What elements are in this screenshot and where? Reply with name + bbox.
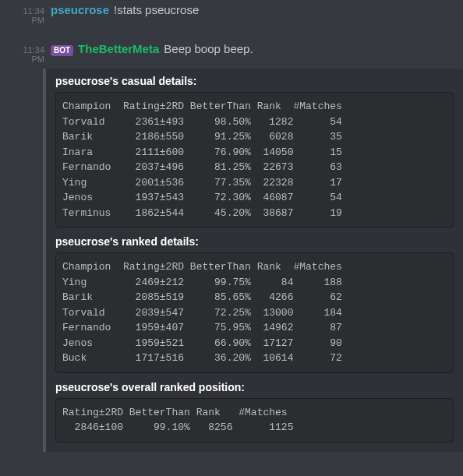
message-user: 11:34 PM pseucrose !stats pseucrose (0, 0, 463, 28)
message-text: Beep boop beep. (164, 42, 253, 55)
timestamp: 11:34 PM (8, 42, 51, 64)
bot-tag: BOT (51, 45, 73, 56)
message-bot: 11:34 PM BOT TheBetterMeta Beep boop bee… (0, 39, 463, 67)
username[interactable]: pseucrose (51, 3, 109, 16)
code-block-casual: Champion Rating±2RD BetterThan Rank #Mat… (55, 92, 454, 227)
code-block-overall: Rating±2RD BetterThan Rank #Matches 2846… (55, 398, 454, 443)
timestamp: 11:34 PM (8, 3, 51, 25)
section-title: pseucrose's ranked details: (55, 235, 454, 248)
embed: pseucrose's casual details: Champion Rat… (43, 69, 463, 452)
username[interactable]: TheBetterMeta (78, 42, 159, 55)
section-title: pseucrose's overall ranked position: (55, 381, 454, 393)
message-text: !stats pseucrose (114, 3, 199, 16)
code-block-ranked: Champion Rating±2RD BetterThan Rank #Mat… (55, 252, 454, 373)
section-title: pseucrose's casual details: (55, 75, 454, 87)
